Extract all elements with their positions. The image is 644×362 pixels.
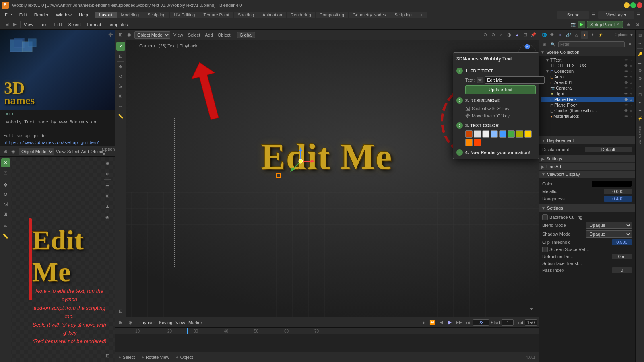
rp-icon-phys[interactable]: ⚡ <box>597 31 604 39</box>
color-swatch-1[interactable] <box>465 130 473 138</box>
vp-options-icon[interactable]: Options ▼ <box>106 148 113 155</box>
tb-icon1[interactable]: ⊞ <box>3 21 10 28</box>
mode-selector-left[interactable]: Object Mode <box>19 148 54 155</box>
tree-plane-back[interactable]: ◻ Plane Back 👁 ○ <box>541 97 634 102</box>
ol-icon1[interactable]: ⊞ <box>541 41 548 48</box>
frs-3[interactable]: 🔑 <box>636 50 644 58</box>
menu-render[interactable]: Render <box>31 12 52 18</box>
tree-area-001[interactable]: ◻ Area.001 👁 ○ <box>541 80 634 85</box>
drag-handle[interactable]: ✥ <box>108 31 113 38</box>
tl-icon1[interactable]: ⊞ <box>117 319 124 326</box>
tl-next-btn[interactable]: ▶▶ <box>455 319 462 326</box>
tl-start-btn[interactable]: ⏮ <box>420 319 427 326</box>
frs-5[interactable]: ⊕ <box>636 66 644 74</box>
tb-templates[interactable]: Templates <box>104 21 131 28</box>
tree-camera[interactable]: 📷 Camera 👁 ○ <box>541 85 634 91</box>
tree-text[interactable]: ▼ T Text 👁 ○ <box>541 57 634 63</box>
color-swatch[interactable] <box>592 181 632 187</box>
frame-number[interactable]: 23 <box>473 319 489 326</box>
tree-light[interactable]: ☀ Light 👁 ○ <box>541 91 634 97</box>
workspace-rendering[interactable]: Rendering <box>287 12 315 18</box>
tree-guides[interactable]: ◻ Guides (these will n… 👁 ○ <box>541 108 634 113</box>
vp-object-btn[interactable]: Object <box>91 149 103 154</box>
rp-icon-data[interactable]: △ <box>573 31 580 39</box>
vp-view-btn[interactable]: View <box>56 149 66 154</box>
workspace-texture-paint[interactable]: Texture Paint <box>199 12 233 18</box>
tree-area[interactable]: ◻ Area 👁 ○ <box>541 74 634 80</box>
color-swatch-3[interactable] <box>482 130 489 138</box>
tool-transform[interactable]: ⊞ <box>1 210 10 218</box>
tool-move[interactable]: ✥ <box>1 181 10 189</box>
vp-add-btn[interactable]: Add <box>81 149 89 154</box>
vp-rt-5[interactable]: ♟ <box>103 202 112 211</box>
rp-icon-obj[interactable]: ○ <box>557 31 564 39</box>
frs-1[interactable]: ⊞ <box>636 31 644 39</box>
settings-header[interactable]: ▶ Settings <box>539 155 635 163</box>
shading-icon2[interactable]: ◑ <box>506 31 513 39</box>
tl-view[interactable]: View <box>175 320 185 325</box>
scene-select[interactable]: Scene <box>557 11 589 19</box>
workspace-geometry-nodes[interactable]: Geometry Nodes <box>349 12 390 18</box>
tb-format[interactable]: Format <box>84 21 104 28</box>
rp-icon-scene[interactable]: 🌐 <box>541 31 548 39</box>
color-swatch-9[interactable] <box>465 139 473 146</box>
frs-6[interactable]: ⊗ <box>636 74 644 82</box>
frs-8[interactable]: ◻ <box>636 90 644 98</box>
shadow-mode-select[interactable]: Opaque <box>586 230 632 238</box>
workspace-shading[interactable]: Shading <box>234 12 258 18</box>
close-button[interactable] <box>637 2 642 8</box>
outliner-search[interactable] <box>558 41 625 47</box>
setup-panel-button[interactable]: Setup Panel ✕ <box>587 21 623 28</box>
color-swatch-7[interactable] <box>516 130 523 138</box>
vp-main-icon2[interactable]: ◉ <box>126 31 133 39</box>
tl-back-btn[interactable]: ⏪ <box>429 319 436 326</box>
frs-10[interactable]: ✦ <box>636 107 644 114</box>
vp-rt-4[interactable]: ⊞ <box>103 191 112 201</box>
view-icon-circle[interactable]: ◉ <box>10 148 17 155</box>
overlay-icon[interactable]: ⊙ <box>481 31 489 39</box>
frs-9[interactable]: ● <box>636 99 644 106</box>
workspace-scripting[interactable]: Scripting <box>390 12 416 18</box>
shading-icon1[interactable]: ○ <box>497 31 505 39</box>
rp-icon-part[interactable]: ✦ <box>589 31 596 39</box>
menu-file[interactable]: File <box>2 12 15 18</box>
workspace-modeling[interactable]: Modeling <box>117 12 143 18</box>
color-swatch-10[interactable] <box>474 139 481 146</box>
menu-help[interactable]: Help <box>76 12 91 18</box>
main-vp-object[interactable]: Object <box>216 33 232 37</box>
ol-icon2[interactable]: 🔍 <box>549 41 557 48</box>
vp-rt-1[interactable]: ⊕ <box>103 158 112 168</box>
ol-filter-icon[interactable]: ▼ <box>626 41 634 48</box>
mlt-1[interactable]: ✕ <box>116 42 125 51</box>
menu-edit[interactable]: Edit <box>16 12 30 18</box>
workspace-compositing[interactable]: Compositing <box>316 12 348 18</box>
main-vp-view[interactable]: View <box>172 33 185 37</box>
tool-measure[interactable]: 📏 <box>1 232 10 241</box>
tl-playback[interactable]: Playback <box>138 320 156 325</box>
text-edit-icon[interactable]: ✏ <box>477 77 483 83</box>
shading-icon3[interactable]: ● <box>514 31 521 39</box>
vp-select-btn[interactable]: Select <box>67 149 80 154</box>
tb-select[interactable]: Select <box>65 21 84 28</box>
roughness-value[interactable]: 0.400 <box>604 196 632 202</box>
tree-edit-text-us[interactable]: T EDIT_TEXT_US 👁 ○ <box>541 63 634 68</box>
shading-icon4[interactable]: ⊡ <box>522 31 529 39</box>
workspace-layout[interactable]: Layout <box>95 12 117 18</box>
metallic-value[interactable]: 0.000 <box>604 189 632 194</box>
mlt-7[interactable]: ✏ <box>116 102 125 111</box>
frs-11[interactable]: ⚡ <box>636 115 644 122</box>
timeline-body[interactable]: 10 20 30 40 50 60 70 <box>115 328 539 352</box>
left-viewport-canvas[interactable]: ✕ ⊡ ✥ ↺ ⇲ ⊞ ✏ 📏 Edit Me <box>0 157 115 362</box>
tool-annotate[interactable]: ✏ <box>1 222 10 231</box>
rp-icon-view[interactable]: 👁 <box>549 31 556 39</box>
mlt-6[interactable]: ⊞ <box>116 91 125 100</box>
main-mode-selector[interactable]: Object Mode <box>134 31 170 39</box>
displacement-value[interactable]: Default <box>585 147 632 152</box>
tool-scale[interactable]: ⇲ <box>1 200 10 209</box>
tl-marker[interactable]: Marker <box>188 320 202 325</box>
tb-icon2[interactable]: ▶ <box>11 21 19 28</box>
mlt-3[interactable]: ✥ <box>116 62 125 71</box>
refraction-value[interactable]: 0 m <box>612 254 632 259</box>
clip-value[interactable]: 0.500 <box>612 239 632 245</box>
settings2-header[interactable]: ▼ Settings <box>539 204 635 212</box>
